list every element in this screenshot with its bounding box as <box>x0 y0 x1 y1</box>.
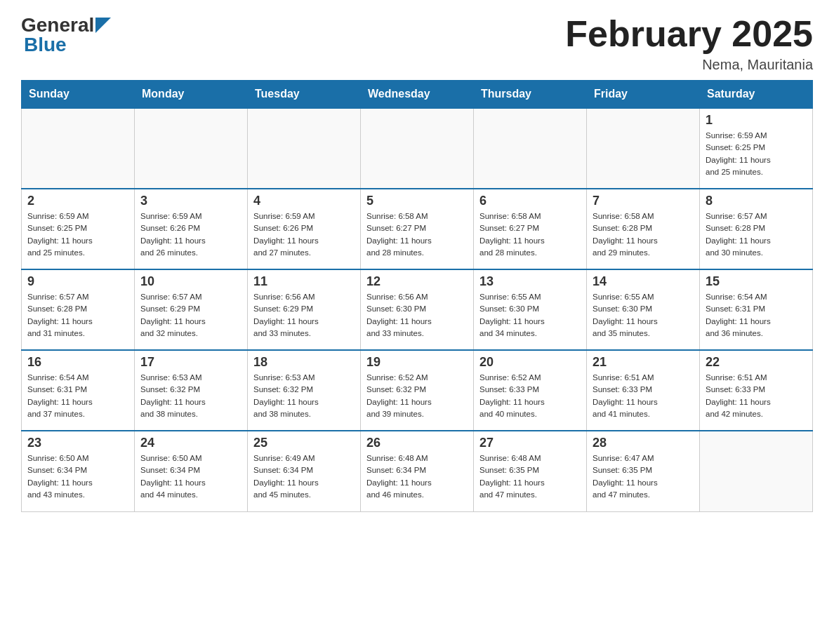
week-row-1: 1Sunrise: 6:59 AM Sunset: 6:25 PM Daylig… <box>22 108 813 189</box>
day-info: Sunrise: 6:59 AM Sunset: 6:26 PM Dayligh… <box>140 210 241 259</box>
calendar-cell: 17Sunrise: 6:53 AM Sunset: 6:32 PM Dayli… <box>135 350 248 431</box>
day-number: 22 <box>706 355 807 370</box>
calendar-cell: 11Sunrise: 6:56 AM Sunset: 6:29 PM Dayli… <box>248 269 361 350</box>
day-info: Sunrise: 6:51 AM Sunset: 6:33 PM Dayligh… <box>593 372 694 420</box>
logo-blue-text: Blue <box>24 34 67 55</box>
calendar-cell: 5Sunrise: 6:58 AM Sunset: 6:27 PM Daylig… <box>361 189 474 269</box>
calendar-header: SundayMondayTuesdayWednesdayThursdayFrid… <box>22 81 813 109</box>
page-header: General Blue February 2025 Nema, Maurita… <box>21 14 813 73</box>
day-info: Sunrise: 6:52 AM Sunset: 6:33 PM Dayligh… <box>479 372 581 420</box>
week-row-3: 9Sunrise: 6:57 AM Sunset: 6:28 PM Daylig… <box>22 269 813 350</box>
day-info: Sunrise: 6:58 AM Sunset: 6:28 PM Dayligh… <box>593 210 694 259</box>
day-info: Sunrise: 6:50 AM Sunset: 6:34 PM Dayligh… <box>27 452 128 501</box>
day-info: Sunrise: 6:51 AM Sunset: 6:33 PM Dayligh… <box>706 372 807 420</box>
calendar-cell <box>587 108 700 189</box>
weekday-header-thursday: Thursday <box>474 81 587 109</box>
day-info: Sunrise: 6:54 AM Sunset: 6:31 PM Dayligh… <box>27 372 128 420</box>
calendar-cell: 3Sunrise: 6:59 AM Sunset: 6:26 PM Daylig… <box>135 189 248 269</box>
calendar-cell: 19Sunrise: 6:52 AM Sunset: 6:32 PM Dayli… <box>361 350 474 431</box>
calendar-cell: 1Sunrise: 6:59 AM Sunset: 6:25 PM Daylig… <box>700 108 813 189</box>
location-text: Nema, Mauritania <box>565 57 813 73</box>
calendar-cell <box>361 108 474 189</box>
day-info: Sunrise: 6:56 AM Sunset: 6:29 PM Dayligh… <box>253 291 355 340</box>
day-number: 11 <box>253 274 355 289</box>
day-number: 27 <box>479 436 581 450</box>
svg-marker-0 <box>95 18 111 33</box>
day-info: Sunrise: 6:53 AM Sunset: 6:32 PM Dayligh… <box>253 372 355 420</box>
day-number: 7 <box>593 194 694 208</box>
day-number: 4 <box>253 194 355 208</box>
calendar-cell: 7Sunrise: 6:58 AM Sunset: 6:28 PM Daylig… <box>587 189 700 269</box>
month-title: February 2025 <box>565 14 813 54</box>
day-info: Sunrise: 6:49 AM Sunset: 6:34 PM Dayligh… <box>253 452 355 501</box>
day-info: Sunrise: 6:57 AM Sunset: 6:28 PM Dayligh… <box>27 291 128 340</box>
weekday-header-friday: Friday <box>587 81 700 109</box>
day-number: 18 <box>253 355 355 370</box>
logo: General Blue <box>21 14 111 56</box>
day-number: 1 <box>706 113 807 128</box>
day-number: 8 <box>706 194 807 208</box>
day-number: 3 <box>140 194 241 208</box>
calendar-cell: 4Sunrise: 6:59 AM Sunset: 6:26 PM Daylig… <box>248 189 361 269</box>
week-row-5: 23Sunrise: 6:50 AM Sunset: 6:34 PM Dayli… <box>22 431 813 511</box>
day-number: 13 <box>479 274 581 289</box>
day-number: 25 <box>253 436 355 450</box>
day-info: Sunrise: 6:56 AM Sunset: 6:30 PM Dayligh… <box>366 291 468 340</box>
week-row-2: 2Sunrise: 6:59 AM Sunset: 6:25 PM Daylig… <box>22 189 813 269</box>
day-number: 14 <box>593 274 694 289</box>
day-number: 20 <box>479 355 581 370</box>
day-number: 12 <box>366 274 468 289</box>
day-number: 9 <box>27 274 128 289</box>
day-info: Sunrise: 6:55 AM Sunset: 6:30 PM Dayligh… <box>593 291 694 340</box>
calendar-cell: 2Sunrise: 6:59 AM Sunset: 6:25 PM Daylig… <box>22 189 135 269</box>
day-number: 26 <box>366 436 468 450</box>
day-number: 28 <box>593 436 694 450</box>
calendar-cell: 26Sunrise: 6:48 AM Sunset: 6:34 PM Dayli… <box>361 431 474 511</box>
calendar-cell: 22Sunrise: 6:51 AM Sunset: 6:33 PM Dayli… <box>700 350 813 431</box>
day-info: Sunrise: 6:57 AM Sunset: 6:28 PM Dayligh… <box>706 210 807 259</box>
day-number: 17 <box>140 355 241 370</box>
day-info: Sunrise: 6:55 AM Sunset: 6:30 PM Dayligh… <box>479 291 581 340</box>
calendar-cell <box>248 108 361 189</box>
day-number: 5 <box>366 194 468 208</box>
day-info: Sunrise: 6:53 AM Sunset: 6:32 PM Dayligh… <box>140 372 241 420</box>
weekday-header-sunday: Sunday <box>22 81 135 109</box>
calendar-cell: 6Sunrise: 6:58 AM Sunset: 6:27 PM Daylig… <box>474 189 587 269</box>
day-number: 24 <box>140 436 241 450</box>
calendar-cell <box>700 431 813 511</box>
day-info: Sunrise: 6:58 AM Sunset: 6:27 PM Dayligh… <box>479 210 581 259</box>
day-info: Sunrise: 6:47 AM Sunset: 6:35 PM Dayligh… <box>593 452 694 501</box>
day-number: 6 <box>479 194 581 208</box>
calendar-cell: 10Sunrise: 6:57 AM Sunset: 6:29 PM Dayli… <box>135 269 248 350</box>
day-info: Sunrise: 6:58 AM Sunset: 6:27 PM Dayligh… <box>366 210 468 259</box>
day-info: Sunrise: 6:52 AM Sunset: 6:32 PM Dayligh… <box>366 372 468 420</box>
calendar-cell: 15Sunrise: 6:54 AM Sunset: 6:31 PM Dayli… <box>700 269 813 350</box>
calendar-cell: 23Sunrise: 6:50 AM Sunset: 6:34 PM Dayli… <box>22 431 135 511</box>
day-info: Sunrise: 6:48 AM Sunset: 6:34 PM Dayligh… <box>366 452 468 501</box>
calendar-cell: 20Sunrise: 6:52 AM Sunset: 6:33 PM Dayli… <box>474 350 587 431</box>
calendar-body: 1Sunrise: 6:59 AM Sunset: 6:25 PM Daylig… <box>22 108 813 511</box>
weekday-header-row: SundayMondayTuesdayWednesdayThursdayFrid… <box>22 81 813 109</box>
calendar-cell: 24Sunrise: 6:50 AM Sunset: 6:34 PM Dayli… <box>135 431 248 511</box>
weekday-header-wednesday: Wednesday <box>361 81 474 109</box>
day-number: 23 <box>27 436 128 450</box>
week-row-4: 16Sunrise: 6:54 AM Sunset: 6:31 PM Dayli… <box>22 350 813 431</box>
calendar-cell: 8Sunrise: 6:57 AM Sunset: 6:28 PM Daylig… <box>700 189 813 269</box>
day-number: 15 <box>706 274 807 289</box>
logo-arrow-icon <box>95 18 111 33</box>
day-info: Sunrise: 6:48 AM Sunset: 6:35 PM Dayligh… <box>479 452 581 501</box>
calendar-cell: 14Sunrise: 6:55 AM Sunset: 6:30 PM Dayli… <box>587 269 700 350</box>
weekday-header-monday: Monday <box>135 81 248 109</box>
calendar-cell: 25Sunrise: 6:49 AM Sunset: 6:34 PM Dayli… <box>248 431 361 511</box>
calendar-cell: 16Sunrise: 6:54 AM Sunset: 6:31 PM Dayli… <box>22 350 135 431</box>
calendar-cell: 28Sunrise: 6:47 AM Sunset: 6:35 PM Dayli… <box>587 431 700 511</box>
weekday-header-tuesday: Tuesday <box>248 81 361 109</box>
day-number: 2 <box>27 194 128 208</box>
day-info: Sunrise: 6:59 AM Sunset: 6:25 PM Dayligh… <box>27 210 128 259</box>
day-info: Sunrise: 6:50 AM Sunset: 6:34 PM Dayligh… <box>140 452 241 501</box>
calendar-cell: 13Sunrise: 6:55 AM Sunset: 6:30 PM Dayli… <box>474 269 587 350</box>
day-info: Sunrise: 6:57 AM Sunset: 6:29 PM Dayligh… <box>140 291 241 340</box>
calendar-table: SundayMondayTuesdayWednesdayThursdayFrid… <box>21 80 813 512</box>
calendar-cell <box>135 108 248 189</box>
calendar-cell: 18Sunrise: 6:53 AM Sunset: 6:32 PM Dayli… <box>248 350 361 431</box>
